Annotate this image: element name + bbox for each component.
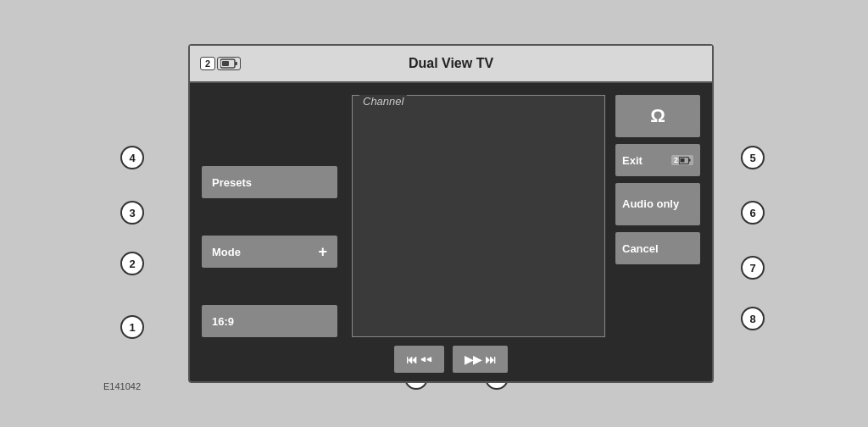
cancel-button[interactable]: Cancel [615,232,700,264]
callout-1: 1 [120,315,144,339]
channel-area: Channel [352,95,605,337]
audio-only-button[interactable]: Audio only [615,183,700,225]
svg-rect-1 [235,62,237,65]
callout-3: 3 [120,201,144,225]
callout-4: 4 [120,146,144,169]
exit-badge: 2 [671,155,693,165]
left-controls: Presets Mode + 16:9 [202,95,342,337]
callout-7: 7 [741,256,765,280]
title-icon-area: 2 [200,57,241,70]
svg-rect-5 [681,158,685,163]
callout-2: 2 [120,252,144,275]
svg-rect-2 [222,61,229,66]
channel-label: Channel [359,95,407,108]
ratio-button[interactable]: 16:9 [202,305,337,337]
window-title: Dual View TV [409,56,493,71]
main-panel: 2 Dual View TV [188,44,714,383]
svg-rect-4 [689,158,691,161]
exit-battery-icon [679,157,691,164]
plus-icon: + [318,243,327,261]
mode-button[interactable]: Mode + [202,236,337,268]
callout-5: 5 [741,146,765,169]
headphone-icon: Ω [650,105,665,127]
badge-2: 2 [200,57,215,70]
right-controls: Ω Exit 2 [615,95,700,337]
presets-button[interactable]: Presets [202,166,337,198]
callout-8: 8 [741,307,765,330]
callout-6: 6 [741,201,765,225]
prev-icon: ⏮ ◀◀ [406,353,432,366]
next-icon: ▶▶ ⏭ [465,353,496,366]
footer-label: E141042 [103,381,141,391]
title-bar: 2 Dual View TV [190,46,712,83]
next-button[interactable]: ▶▶ ⏭ [453,346,508,373]
prev-button[interactable]: ⏮ ◀◀ [394,346,444,373]
bottom-nav: ⏮ ◀◀ ▶▶ ⏭ [202,346,700,373]
battery-icon [220,58,237,69]
exit-button[interactable]: Exit 2 [615,144,700,176]
headphone-button[interactable]: Ω [615,95,700,137]
battery-badge [217,57,241,70]
